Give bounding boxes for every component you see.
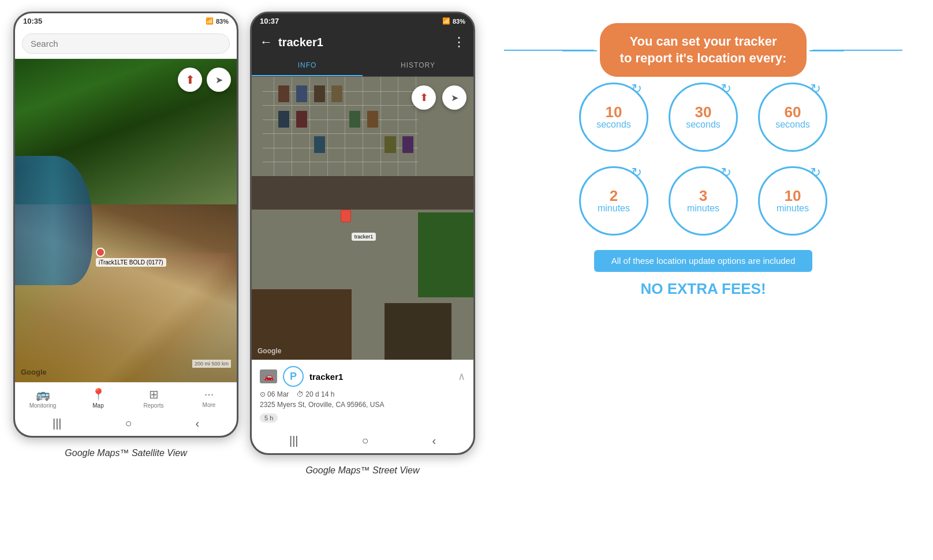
tracker-menu-btn[interactable]: ⋮ <box>453 35 465 50</box>
home-btn-2[interactable]: ○ <box>361 434 368 447</box>
nav-reports[interactable]: ⊞ Reports <box>136 387 171 409</box>
included-text: All of these location update options are… <box>611 256 796 266</box>
meta-date: ⊙ 06 Mar <box>260 390 289 398</box>
meta-duration-value: 20 d 14 h <box>305 390 334 398</box>
tracker-phone: 10:37 📶 83% ← tracker1 ⋮ INFO HISTORY <box>250 12 475 455</box>
meta-date-value: 06 Mar <box>267 390 289 398</box>
satellite-phone-wrapper: 10:35 📶 83% ⬆ <box>13 12 238 458</box>
signal-icon-tracker: 📶 <box>442 17 450 25</box>
time-map: 10:35 <box>23 17 42 25</box>
home-btn[interactable]: ○ <box>125 417 132 430</box>
compass-btn-map[interactable]: ⬆ <box>178 68 202 92</box>
tracker-device-name: tracker1 <box>309 372 452 382</box>
status-bar-tracker: 10:37 📶 83% <box>252 13 473 29</box>
marker-dot <box>96 248 105 257</box>
marker-label: iTrack1LTE BOLD (0177) <box>96 258 166 267</box>
status-bar-map: 10:35 📶 83% <box>15 13 237 29</box>
headline-box: You can set your tracker to report it's … <box>600 23 807 77</box>
tracker-info-panel: 🚗 P tracker1 ∧ ⊙ 06 Mar ⏱ 20 d 14 h 2325… <box>252 360 473 428</box>
tracker-car-icon: 🚗 <box>260 369 277 383</box>
time-tracker: 10:37 <box>260 17 279 25</box>
aerial-map-area: tracker1 ⬆ ➤ Google <box>252 77 473 360</box>
nav-more[interactable]: ··· More <box>192 387 226 409</box>
back-btn-2[interactable]: ‹ <box>432 434 436 447</box>
tracker-info-row: 🚗 P tracker1 ∧ <box>260 366 465 387</box>
recent-apps-btn[interactable]: ||| <box>53 417 62 430</box>
circle-60s-number: 60 <box>785 104 801 120</box>
tracker-callout: tracker1 <box>352 233 376 241</box>
satellite-phone: 10:35 📶 83% ⬆ <box>13 12 238 438</box>
tracker-address: 2325 Myers St, Oroville, CA 95966, USA <box>260 401 465 409</box>
circle-30s-unit: seconds <box>686 120 721 130</box>
more-icon: ··· <box>204 387 214 401</box>
circle-10m: 10 minutes <box>758 166 827 236</box>
back-btn[interactable]: ‹ <box>195 417 199 430</box>
tracker-header: ← tracker1 ⋮ <box>252 29 473 55</box>
circle-30s-number: 30 <box>695 104 712 120</box>
circle-10m-unit: minutes <box>777 203 809 214</box>
tracker-phone-wrapper: 10:37 📶 83% ← tracker1 ⋮ INFO HISTORY <box>250 12 475 476</box>
circle-2m-unit: minutes <box>598 203 630 214</box>
nav-more-label: More <box>203 402 216 408</box>
circle-10m-number: 10 <box>785 188 801 203</box>
battery-tracker: 83% <box>453 18 465 25</box>
circle-3m: 3 minutes <box>669 166 738 236</box>
scale-bar-map: 200 mi 500 km <box>192 360 231 368</box>
phone-controls-map: ||| ○ ‹ <box>15 411 237 436</box>
location-btn-tracker[interactable]: ➤ <box>442 85 466 110</box>
meta-duration: ⏱ 20 d 14 h <box>297 390 334 398</box>
tab-history[interactable]: HISTORY <box>363 55 473 76</box>
timer-icon: ⏱ <box>297 390 304 398</box>
signal-icon: 📶 <box>206 17 214 25</box>
circle-60s: 60 seconds <box>758 83 827 152</box>
location-btn-map[interactable]: ➤ <box>207 68 231 92</box>
nav-reports-label: Reports <box>143 402 163 409</box>
circle-2m: 2 minutes <box>579 166 648 236</box>
circles-row-1: 10 seconds 30 seconds 60 seconds <box>579 83 827 152</box>
recent-apps-btn-2[interactable]: ||| <box>289 434 298 447</box>
info-graphic: You can set your tracker to report it's … <box>487 12 920 309</box>
search-bar <box>15 29 237 59</box>
circle-2m-number: 2 <box>610 188 618 203</box>
no-fees-text: NO EXTRA FEES! <box>640 280 766 298</box>
tracker-avatar: P <box>283 366 304 387</box>
map-icon: 📍 <box>91 387 106 401</box>
tab-info[interactable]: INFO <box>252 55 363 76</box>
compass-btn-tracker[interactable]: ⬆ <box>412 85 436 110</box>
circle-60s-unit: seconds <box>775 120 810 130</box>
monitoring-icon: 🚌 <box>36 387 50 401</box>
circle-3m-number: 3 <box>699 188 707 203</box>
satellite-map-area: ⬆ ➤ iTrack1LTE BOLD (0177) Google 200 mi <box>15 59 237 382</box>
car-marker <box>341 210 351 222</box>
google-watermark-tracker: Google <box>257 347 281 355</box>
circle-10s: 10 seconds <box>579 83 648 152</box>
circle-10s-number: 10 <box>606 104 622 120</box>
nav-monitoring-label: Monitoring <box>29 402 57 409</box>
reports-icon: ⊞ <box>149 387 159 401</box>
status-icons-map: 📶 83% <box>206 17 229 25</box>
bottom-nav-map: 🚌 Monitoring 📍 Map ⊞ Reports ··· More <box>15 382 237 411</box>
tracker-phone-label: Google Maps™ Street View <box>305 465 419 476</box>
circles-row-2: 2 minutes 3 minutes 10 minutes <box>579 166 827 236</box>
circle-30s: 30 seconds <box>669 83 738 152</box>
nav-map-label: Map <box>92 402 103 409</box>
status-icons-tracker: 📶 83% <box>442 17 465 25</box>
tracker-title: tracker1 <box>278 36 447 49</box>
tracker-meta: ⊙ 06 Mar ⏱ 20 d 14 h <box>260 390 465 398</box>
time-badge: 5 h <box>260 413 278 423</box>
tracker-tabs: INFO HISTORY <box>252 55 473 77</box>
clock-icon: ⊙ <box>260 390 266 398</box>
google-watermark-map: Google <box>21 368 47 376</box>
nav-monitoring[interactable]: 🚌 Monitoring <box>25 387 60 409</box>
back-arrow[interactable]: ← <box>260 35 273 50</box>
circle-10s-unit: seconds <box>596 120 631 130</box>
headline-text: You can set your tracker to report it's … <box>620 33 787 66</box>
circle-3m-unit: minutes <box>687 203 719 214</box>
phone-controls-tracker: ||| ○ ‹ <box>252 428 473 453</box>
battery-map: 83% <box>216 18 229 25</box>
nav-map[interactable]: 📍 Map <box>81 387 115 409</box>
chevron-up-icon: ∧ <box>458 370 465 383</box>
map-marker: iTrack1LTE BOLD (0177) <box>96 248 166 267</box>
search-input[interactable] <box>22 33 230 54</box>
parking-lot-bg: tracker1 ⬆ ➤ Google <box>252 77 473 360</box>
